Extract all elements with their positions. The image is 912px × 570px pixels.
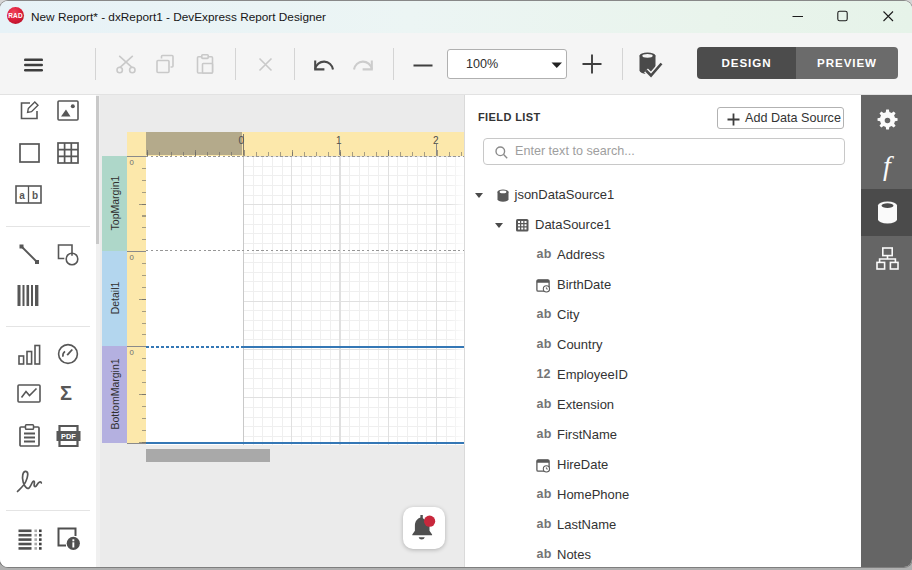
svg-text:b: b	[32, 190, 38, 201]
svg-text:f: f	[883, 150, 894, 181]
svg-text:PDF: PDF	[61, 432, 76, 441]
svg-text:a: a	[19, 190, 25, 201]
